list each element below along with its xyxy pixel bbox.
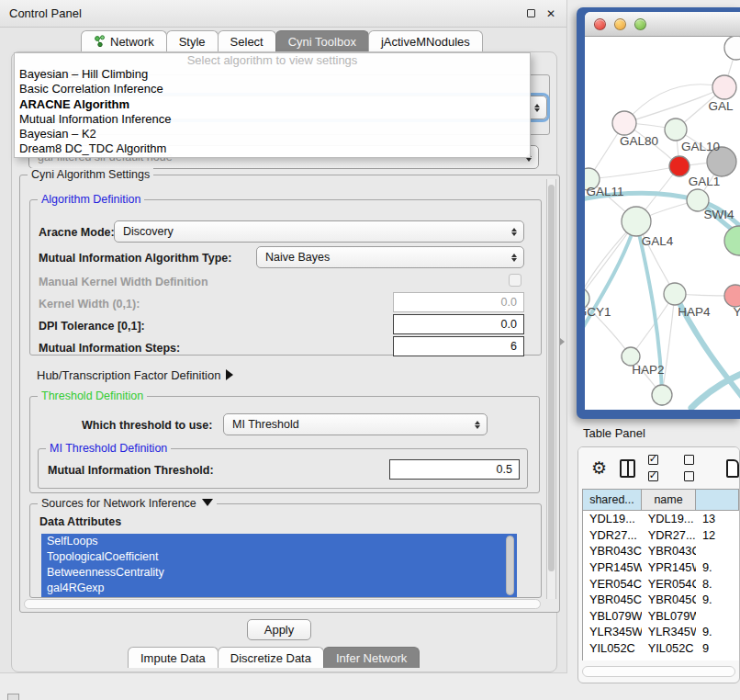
network-node[interactable] (724, 226, 740, 255)
mi-threshold-value: 0.5 (497, 463, 512, 476)
table-cell: YDR27... (583, 527, 642, 544)
table-row[interactable]: YLR345WYLR345W9. (583, 624, 739, 640)
mi-type-combo[interactable]: Naive Bayes (256, 246, 524, 268)
export-table-icon[interactable] (726, 459, 739, 478)
table-cell: 13 (696, 511, 739, 527)
network-window-titlebar (585, 12, 740, 37)
algorithm-option[interactable]: Dream8 DC_TDC Algorithm (15, 141, 530, 156)
list-scrollbar[interactable] (506, 536, 514, 595)
table-cell: YLR345W (642, 624, 696, 640)
mi-steps-field[interactable]: 6 (393, 336, 524, 356)
kernel-width-field[interactable]: 0.0 (393, 292, 524, 312)
network-node[interactable] (652, 385, 672, 405)
algorithm-option[interactable]: Bayesian – K2 (15, 127, 530, 141)
table-row[interactable]: YPR145WYPR145W9. (583, 559, 739, 576)
manual-kernel-checkbox[interactable] (509, 274, 521, 287)
sources-title-label: Sources for Network Inference (41, 497, 196, 510)
mi-threshold-label: Mutual Information Threshold: (48, 464, 214, 477)
table-row[interactable]: YBR045CYBR045C9. (583, 592, 739, 608)
combo-stepper-icon (511, 247, 517, 267)
control-panel-tabbar: NetworkStyleSelectCyni ToolboxjActiveMNo… (81, 30, 482, 51)
network-node[interactable] (724, 285, 740, 307)
mi-threshold-field[interactable]: 0.5 (389, 459, 520, 480)
dpi-tolerance-field[interactable]: 0.0 (393, 314, 524, 334)
tab-network[interactable]: Network (81, 30, 167, 51)
data-attributes-list[interactable]: SelfLoopsTopologicalCoefficientBetweenne… (41, 534, 517, 597)
attribute-item[interactable]: BetweennessCentrality (41, 565, 517, 581)
column-header[interactable]: name (642, 490, 696, 510)
tab-select[interactable]: Select (218, 30, 276, 51)
tab-discretize-data[interactable]: Discretize Data (218, 647, 324, 668)
table-cell: YER054C (583, 575, 642, 592)
tab-impute-data[interactable]: Impute Data (128, 647, 219, 668)
network-node[interactable] (712, 75, 736, 99)
tab-jactivemnodules[interactable]: jActiveMNodules (368, 30, 483, 51)
node-label: GAL11 (586, 185, 623, 198)
table-cell: YIL052C (642, 640, 696, 657)
cyni-algorithm-settings-group: Cyni Algorithm Settings Algorithm Defini… (19, 175, 560, 613)
algorithm-option[interactable]: Mutual Information Inference (15, 112, 530, 127)
table-cell: 8. (696, 575, 739, 592)
network-node[interactable] (612, 111, 636, 135)
which-threshold-combo[interactable]: MI Threshold (223, 413, 488, 435)
close-panel-icon[interactable]: ✕ (544, 7, 557, 20)
node-label: GAL4 (642, 234, 674, 248)
table-row[interactable]: YER054CYER054C8. (583, 575, 739, 592)
network-node[interactable] (664, 283, 686, 305)
network-node[interactable] (724, 37, 740, 60)
algorithm-option[interactable]: Bayesian – Hill Climbing (15, 67, 530, 82)
table-cell: YBR043C (583, 543, 642, 559)
node-label: HAP4 (678, 305, 711, 319)
tab-cyni-toolbox[interactable]: Cyni Toolbox (275, 30, 369, 51)
tab-style[interactable]: Style (166, 30, 219, 51)
hub-definition-toggle[interactable]: Hub/Transcription Factor Definition (37, 368, 233, 382)
network-node[interactable] (622, 207, 651, 236)
table-header-row: shared...name (583, 490, 739, 511)
apply-button-label: Apply (264, 623, 295, 637)
table-panel-title: Table Panel (583, 426, 645, 440)
table-row[interactable]: YDL19...YDL19...13 (583, 511, 739, 527)
table-horizontal-scrollbar[interactable] (582, 666, 735, 677)
split-view-icon[interactable] (620, 459, 635, 478)
table-cell: YDL19... (583, 511, 642, 527)
close-window-icon[interactable] (594, 18, 606, 30)
deselect-all-columns-icon[interactable] (684, 452, 708, 485)
which-threshold-value: MI Threshold (232, 418, 299, 431)
apply-button[interactable]: Apply (247, 619, 311, 640)
gear-icon[interactable]: ⚙ (591, 459, 607, 477)
algorithm-option[interactable]: ARACNE Algorithm (15, 97, 530, 112)
network-node[interactable] (669, 156, 690, 176)
node-label: HAP2 (632, 363, 664, 377)
network-node[interactable] (665, 119, 687, 141)
column-header[interactable] (696, 490, 739, 510)
table-cell: YER054C (642, 575, 696, 592)
manual-kernel-label: Manual Kernel Width Definition (39, 276, 208, 288)
table-toolbar: ⚙ (578, 447, 739, 489)
select-all-columns-icon[interactable] (648, 452, 672, 485)
table-row[interactable]: YIL052CYIL052C9 (583, 640, 739, 657)
float-window-icon[interactable] (524, 7, 537, 20)
table-row[interactable]: YBR043CYBR043C (583, 543, 739, 559)
aracne-mode-label: Aracne Mode: (39, 226, 115, 239)
attribute-item[interactable]: TopologicalCoefficient (41, 549, 517, 565)
attribute-item[interactable]: gal4RGexp (41, 581, 517, 596)
table-cell: YBR043C (642, 543, 696, 559)
sources-group-title[interactable]: Sources for Network Inference (38, 497, 217, 510)
network-window-frame: GALGAL80GAL10GAL1GAL11SWI4GAL4GCY1HAP4YH… (577, 7, 740, 419)
table-row[interactable]: YBL079WYBL079W (583, 608, 739, 625)
settings-vertical-scrollbar[interactable] (546, 179, 556, 599)
minimize-window-icon[interactable] (614, 18, 626, 30)
panel-divider-handle[interactable] (560, 338, 565, 345)
algorithm-option[interactable]: Basic Correlation Inference (15, 82, 530, 96)
aracne-mode-combo[interactable]: Discovery (114, 220, 524, 243)
algorithm-definition-group: Algorithm Definition Aracne Mode: Discov… (29, 199, 542, 356)
node-label: GCY1 (585, 305, 611, 319)
table-row[interactable]: YDR27...YDR27...12 (583, 527, 739, 544)
network-canvas[interactable]: GALGAL80GAL10GAL1GAL11SWI4GAL4GCY1HAP4YH… (585, 37, 740, 410)
column-header[interactable]: shared... (583, 490, 642, 510)
tab-infer-network[interactable]: Infer Network (323, 647, 420, 668)
settings-horizontal-scrollbar[interactable] (24, 599, 541, 609)
zoom-window-icon[interactable] (634, 18, 646, 30)
window-grip[interactable] (7, 694, 19, 700)
attribute-item[interactable]: SelfLoops (41, 534, 517, 549)
